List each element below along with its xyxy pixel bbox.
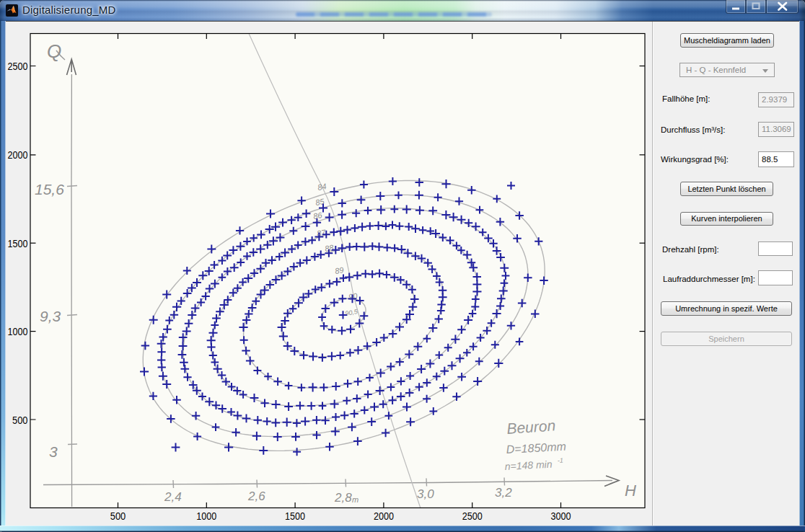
svg-text:15,6: 15,6	[35, 181, 64, 198]
svg-text:1500: 1500	[285, 510, 305, 522]
svg-text:3,0: 3,0	[417, 487, 434, 501]
svg-text:2,8: 2,8	[334, 491, 352, 505]
svg-text:2,4: 2,4	[164, 490, 182, 504]
svg-text:3,2: 3,2	[495, 486, 512, 500]
svg-text:2500: 2500	[8, 60, 28, 72]
svg-text:2000: 2000	[374, 510, 394, 522]
svg-text:1000: 1000	[196, 510, 216, 522]
svg-text:-1: -1	[558, 457, 564, 464]
svg-text:H: H	[625, 482, 636, 500]
svg-text:89: 89	[334, 265, 344, 275]
svg-text:500: 500	[12, 414, 28, 426]
svg-text:Beuron: Beuron	[506, 417, 556, 437]
svg-text:2500: 2500	[462, 510, 483, 522]
svg-text:3: 3	[49, 443, 58, 460]
svg-text:1500: 1500	[8, 237, 28, 249]
svg-text:2000: 2000	[8, 148, 28, 161]
svg-text:84: 84	[317, 182, 327, 192]
svg-text:500: 500	[110, 510, 126, 522]
svg-text:Q: Q	[47, 40, 61, 62]
svg-text:9,3: 9,3	[40, 308, 61, 324]
svg-text:1000: 1000	[8, 325, 28, 337]
svg-text:3000: 3000	[551, 510, 571, 522]
svg-text:2,6: 2,6	[247, 489, 265, 503]
svg-text:m: m	[352, 495, 358, 504]
